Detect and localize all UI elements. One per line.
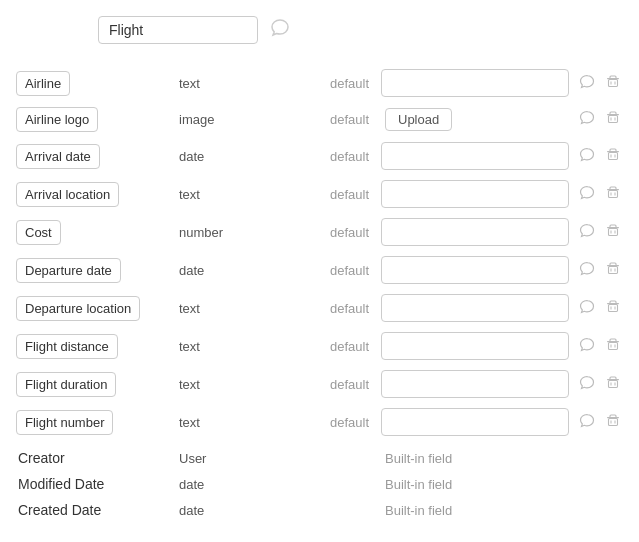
svg-rect-5 bbox=[609, 116, 618, 123]
field-default-label: default bbox=[326, 112, 381, 127]
builtin-row: Created DatedateBuilt-in field bbox=[16, 497, 623, 523]
field-name-cell: Departure location bbox=[16, 296, 171, 321]
field-default-input[interactable] bbox=[381, 180, 569, 208]
svg-rect-29 bbox=[609, 342, 618, 349]
type-name-comment-icon[interactable] bbox=[270, 18, 290, 42]
table-row: Arrival datedatedefault bbox=[16, 137, 623, 175]
field-actions bbox=[577, 411, 623, 434]
table-row: Costnumberdefault bbox=[16, 213, 623, 251]
builtin-label: Built-in field bbox=[381, 503, 623, 518]
field-actions bbox=[577, 108, 623, 131]
field-name-cell: Airline bbox=[16, 71, 171, 96]
field-default-label: default bbox=[326, 149, 381, 164]
field-default-label: default bbox=[326, 225, 381, 240]
comment-icon[interactable] bbox=[577, 259, 597, 282]
field-type-label: image bbox=[171, 112, 326, 127]
delete-icon[interactable] bbox=[603, 72, 623, 95]
field-default-input[interactable] bbox=[381, 256, 569, 284]
svg-rect-17 bbox=[609, 228, 618, 235]
field-default-label: default bbox=[326, 415, 381, 430]
field-type-label: text bbox=[171, 339, 326, 354]
table-row: Flight durationtextdefault bbox=[16, 365, 623, 403]
field-type-label: text bbox=[171, 76, 326, 91]
builtin-label: Built-in field bbox=[381, 477, 623, 492]
field-name-box[interactable]: Departure date bbox=[16, 258, 121, 283]
svg-rect-37 bbox=[609, 418, 618, 425]
delete-icon[interactable] bbox=[603, 145, 623, 168]
delete-icon[interactable] bbox=[603, 373, 623, 396]
field-name-cell: Arrival date bbox=[16, 144, 171, 169]
fields-table: AirlinetextdefaultAirline logoimagedefau… bbox=[16, 64, 623, 441]
field-default-input[interactable] bbox=[381, 332, 569, 360]
field-name-box[interactable]: Arrival location bbox=[16, 182, 119, 207]
field-default-label: default bbox=[326, 187, 381, 202]
field-default-input[interactable] bbox=[381, 408, 569, 436]
field-name-cell: Flight number bbox=[16, 410, 171, 435]
field-type-label: text bbox=[171, 377, 326, 392]
field-default-label: default bbox=[326, 377, 381, 392]
field-type-label: date bbox=[171, 149, 326, 164]
upload-button[interactable]: Upload bbox=[385, 108, 452, 131]
delete-icon[interactable] bbox=[603, 221, 623, 244]
field-actions bbox=[577, 373, 623, 396]
field-type-label: number bbox=[171, 225, 326, 240]
builtin-row: CreatorUserBuilt-in field bbox=[16, 445, 623, 471]
field-name-box[interactable]: Flight number bbox=[16, 410, 113, 435]
field-name-box[interactable]: Flight distance bbox=[16, 334, 118, 359]
field-name-box[interactable]: Airline logo bbox=[16, 107, 98, 132]
delete-icon[interactable] bbox=[603, 259, 623, 282]
field-name-cell: Airline logo bbox=[16, 107, 171, 132]
field-default-label: default bbox=[326, 339, 381, 354]
field-actions bbox=[577, 221, 623, 244]
table-row: Airlinetextdefault bbox=[16, 64, 623, 102]
comment-icon[interactable] bbox=[577, 297, 597, 320]
field-name-cell: Flight distance bbox=[16, 334, 171, 359]
field-name-cell: Arrival location bbox=[16, 182, 171, 207]
table-row: Departure locationtextdefault bbox=[16, 289, 623, 327]
table-row: Departure datedatedefault bbox=[16, 251, 623, 289]
svg-rect-33 bbox=[609, 380, 618, 387]
delete-icon[interactable] bbox=[603, 183, 623, 206]
field-name-box[interactable]: Arrival date bbox=[16, 144, 100, 169]
field-name-box[interactable]: Cost bbox=[16, 220, 61, 245]
table-row: Flight numbertextdefault bbox=[16, 403, 623, 441]
comment-icon[interactable] bbox=[577, 221, 597, 244]
comment-icon[interactable] bbox=[577, 373, 597, 396]
builtin-field-name: Created Date bbox=[16, 502, 171, 518]
field-type-label: date bbox=[171, 263, 326, 278]
comment-icon[interactable] bbox=[577, 72, 597, 95]
field-default-input[interactable] bbox=[381, 294, 569, 322]
delete-icon[interactable] bbox=[603, 297, 623, 320]
svg-rect-13 bbox=[609, 190, 618, 197]
comment-icon[interactable] bbox=[577, 108, 597, 131]
table-row: Airline logoimagedefaultUpload bbox=[16, 102, 623, 137]
field-default-input[interactable] bbox=[381, 142, 569, 170]
field-type-label: text bbox=[171, 415, 326, 430]
type-name-input[interactable] bbox=[98, 16, 258, 44]
field-default-input[interactable] bbox=[381, 69, 569, 97]
field-default-input[interactable] bbox=[381, 370, 569, 398]
field-actions bbox=[577, 145, 623, 168]
builtin-label: Built-in field bbox=[381, 451, 623, 466]
comment-icon[interactable] bbox=[577, 335, 597, 358]
svg-rect-1 bbox=[609, 79, 618, 86]
svg-rect-21 bbox=[609, 266, 618, 273]
comment-icon[interactable] bbox=[577, 183, 597, 206]
field-default-input[interactable] bbox=[381, 218, 569, 246]
comment-icon[interactable] bbox=[577, 411, 597, 434]
comment-icon[interactable] bbox=[577, 145, 597, 168]
builtin-section: CreatorUserBuilt-in fieldModified Dateda… bbox=[16, 445, 623, 523]
field-actions bbox=[577, 297, 623, 320]
builtin-field-type: User bbox=[171, 451, 326, 466]
field-name-box[interactable]: Departure location bbox=[16, 296, 140, 321]
delete-icon[interactable] bbox=[603, 411, 623, 434]
field-default-label: default bbox=[326, 76, 381, 91]
field-name-box[interactable]: Airline bbox=[16, 71, 70, 96]
table-row: Arrival locationtextdefault bbox=[16, 175, 623, 213]
field-name-box[interactable]: Flight duration bbox=[16, 372, 116, 397]
delete-icon[interactable] bbox=[603, 108, 623, 131]
field-type-label: text bbox=[171, 301, 326, 316]
delete-icon[interactable] bbox=[603, 335, 623, 358]
field-name-cell: Flight duration bbox=[16, 372, 171, 397]
table-row: Flight distancetextdefault bbox=[16, 327, 623, 365]
